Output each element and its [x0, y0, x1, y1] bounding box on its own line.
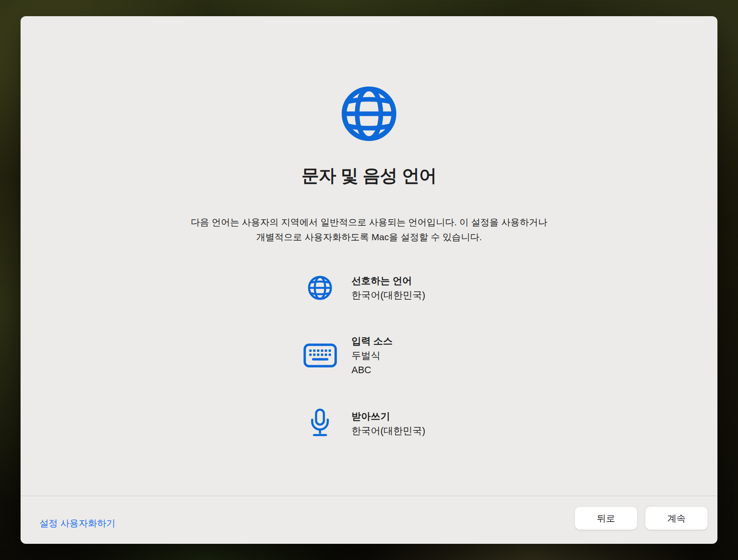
continue-button[interactable]: 계속	[645, 507, 708, 530]
preferred-language-row: 선호하는 언어 한국어(대한민국)	[302, 273, 609, 302]
globe-hero-icon	[340, 85, 398, 143]
dictation-text: 받아쓰기 한국어(대한민국)	[351, 409, 425, 438]
input-sources-row: 입력 소스 두벌식 ABC	[302, 334, 609, 377]
preferred-language-label: 선호하는 언어	[351, 273, 425, 288]
description-line-2: 개별적으로 사용자화하도록 Mac을 설정할 수 있습니다.	[21, 230, 717, 245]
preferred-language-text: 선호하는 언어 한국어(대한민국)	[351, 273, 425, 302]
desktop-background: { "window": { "title": "문자 및 음성 언어", "de…	[0, 0, 738, 560]
globe-icon	[302, 275, 337, 301]
page-description: 다음 언어는 사용자의 지역에서 일반적으로 사용되는 언어입니다. 이 설정을…	[21, 215, 717, 245]
setup-assistant-window: 문자 및 음성 언어 다음 언어는 사용자의 지역에서 일반적으로 사용되는 언…	[21, 16, 717, 544]
input-sources-label: 입력 소스	[351, 334, 393, 348]
keyboard-icon	[302, 343, 337, 368]
input-sources-value-2: ABC	[351, 363, 393, 377]
language-settings-list: 선호하는 언어 한국어(대한민국)	[302, 273, 609, 470]
page-title: 문자 및 음성 언어	[21, 164, 717, 188]
footer-bar: 설정 사용자화하기 뒤로 계속	[21, 496, 717, 544]
input-sources-value-1: 두벌식	[351, 348, 393, 363]
microphone-icon	[302, 409, 337, 438]
dictation-value: 한국어(대한민국)	[351, 424, 425, 438]
back-button[interactable]: 뒤로	[575, 507, 637, 530]
footer-button-group: 뒤로 계속	[575, 507, 708, 530]
description-line-1: 다음 언어는 사용자의 지역에서 일반적으로 사용되는 언어입니다. 이 설정을…	[21, 215, 717, 230]
preferred-language-value: 한국어(대한민국)	[351, 288, 425, 302]
customize-settings-link[interactable]: 설정 사용자화하기	[39, 517, 116, 529]
dictation-row: 받아쓰기 한국어(대한민국)	[302, 409, 609, 438]
input-sources-text: 입력 소스 두벌식 ABC	[351, 334, 393, 377]
dictation-label: 받아쓰기	[351, 409, 425, 424]
